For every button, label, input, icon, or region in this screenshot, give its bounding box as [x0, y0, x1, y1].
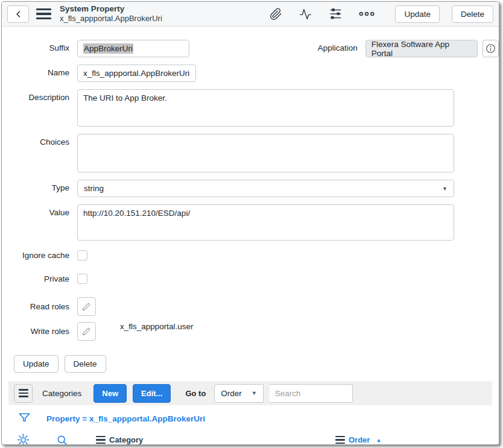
- row-write-roles: Write roles x_fls_appportal.user: [2, 322, 499, 341]
- type-selected-value: string: [84, 184, 104, 193]
- description-textarea[interactable]: The URI to App Broker.: [77, 89, 454, 127]
- choices-textarea[interactable]: [77, 134, 454, 172]
- pencil-icon: [82, 327, 91, 336]
- write-roles-value: x_fls_appportal.user: [120, 322, 194, 331]
- application-info-button[interactable]: [482, 40, 499, 57]
- name-label: Name: [2, 65, 77, 77]
- row-type: Type string ▼: [2, 180, 499, 197]
- categories-toolbar: Categories New Edit... Go to Order ▼: [8, 381, 492, 405]
- form-header: System Property x_fls_appportal.AppBroke…: [2, 2, 499, 27]
- funnel-icon[interactable]: [18, 412, 31, 426]
- goto-label: Go to: [185, 389, 206, 398]
- edit-button[interactable]: Edit...: [133, 384, 171, 403]
- application-field: Flexera Software App Portal: [365, 40, 478, 57]
- update-button-header[interactable]: Update: [395, 5, 440, 23]
- row-choices: Choices: [2, 134, 499, 172]
- value-textarea[interactable]: http://10.20.151.210/ESD/api/: [77, 204, 454, 241]
- column-menu-icon: [335, 436, 345, 444]
- update-button-footer[interactable]: Update: [14, 355, 59, 373]
- list-column-header-row: Category Order ▲: [8, 429, 492, 445]
- record-name: x_fls_appportal.AppBrokerUri: [60, 14, 162, 24]
- paperclip-icon[interactable]: [270, 8, 282, 21]
- row-suffix-application: Suffix AppBrokerUri Application Flexera …: [2, 40, 499, 57]
- column-header-category[interactable]: Category: [96, 435, 143, 444]
- form-context-menu-icon[interactable]: [36, 8, 51, 20]
- list-filter-row: Property = x_fls_appportal.AppBrokerUri: [8, 405, 492, 429]
- suffix-label: Suffix: [2, 40, 77, 52]
- row-ignore-cache: Ignore cache: [2, 250, 499, 260]
- record-window: System Property x_fls_appportal.AppBroke…: [1, 1, 499, 445]
- related-list-title: Categories: [42, 389, 81, 398]
- read-roles-label: Read roles: [2, 302, 77, 311]
- name-input[interactable]: [77, 65, 196, 82]
- list-context-menu-button[interactable]: [14, 384, 33, 403]
- delete-button-footer[interactable]: Delete: [65, 355, 106, 373]
- application-value: Flexera Software App Portal: [372, 40, 472, 58]
- record-title-block: System Property x_fls_appportal.AppBroke…: [60, 4, 162, 24]
- choices-label: Choices: [2, 134, 77, 147]
- goto-column-select[interactable]: Order ▼: [214, 384, 263, 403]
- categories-related-list: Categories New Edit... Go to Order ▼ Pro…: [8, 381, 492, 445]
- ignore-cache-label: Ignore cache: [2, 251, 77, 260]
- chevron-down-icon: ▼: [252, 390, 257, 396]
- suffix-input[interactable]: AppBrokerUri: [77, 40, 189, 57]
- goto-selected-value: Order: [221, 389, 242, 398]
- row-private: Private: [2, 274, 499, 284]
- column-label: Category: [109, 435, 143, 444]
- private-checkbox[interactable]: [77, 274, 87, 284]
- more-options-icon[interactable]: [359, 10, 375, 17]
- row-description: Description The URI to App Broker.: [2, 89, 499, 127]
- read-roles-edit-button[interactable]: [77, 297, 96, 316]
- column-menu-icon: [96, 436, 106, 444]
- suffix-selected-text: AppBrokerUri: [83, 43, 133, 54]
- write-roles-edit-button[interactable]: [77, 322, 96, 341]
- write-roles-label: Write roles: [2, 327, 77, 336]
- type-select[interactable]: string ▼: [77, 180, 454, 197]
- description-label: Description: [2, 89, 77, 102]
- activity-stream-icon[interactable]: [299, 8, 312, 21]
- info-icon: [486, 43, 496, 54]
- column-header-order[interactable]: Order ▲: [335, 435, 381, 444]
- column-label: Order: [349, 435, 370, 444]
- new-button[interactable]: New: [93, 384, 127, 403]
- ignore-cache-checkbox[interactable]: [77, 250, 87, 260]
- search-icon[interactable]: [56, 434, 68, 446]
- pencil-icon: [82, 302, 91, 311]
- private-label: Private: [2, 274, 77, 283]
- form-actions: Update Delete: [2, 347, 499, 373]
- application-label: Application: [189, 40, 365, 52]
- form-body: Suffix AppBrokerUri Application Flexera …: [2, 27, 499, 373]
- page-title: System Property: [60, 4, 162, 14]
- row-value: Value http://10.20.151.210/ESD/api/: [2, 204, 499, 241]
- chevron-left-icon: [14, 10, 23, 19]
- type-label: Type: [2, 180, 77, 192]
- value-label: Value: [2, 204, 77, 217]
- back-button[interactable]: [7, 5, 29, 23]
- row-name: Name: [2, 65, 499, 82]
- personalize-form-icon[interactable]: [329, 7, 343, 21]
- chevron-down-icon: ▼: [442, 186, 448, 192]
- filter-breadcrumb[interactable]: Property = x_fls_appportal.AppBrokerUri: [46, 414, 205, 423]
- header-icon-group: [270, 7, 375, 21]
- delete-button-header[interactable]: Delete: [452, 5, 493, 23]
- row-read-roles: Read roles: [2, 297, 499, 316]
- hamburger-menu-icon: [19, 389, 28, 397]
- sort-ascending-icon: ▲: [376, 437, 381, 443]
- list-search-input[interactable]: [270, 384, 353, 403]
- gear-icon[interactable]: [17, 434, 30, 445]
